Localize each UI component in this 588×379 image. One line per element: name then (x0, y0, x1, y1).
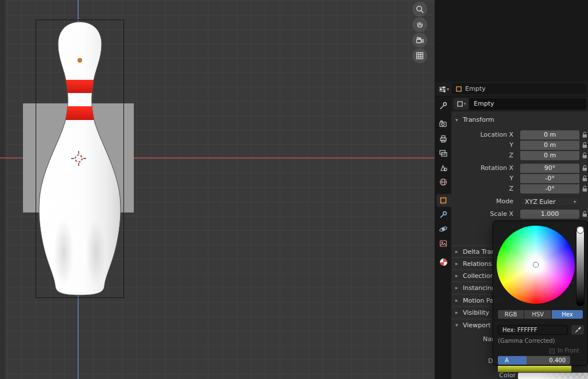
location-y-label: Y (451, 141, 513, 150)
lock-icon[interactable] (582, 211, 588, 218)
location-x-field[interactable]: 0 m (520, 130, 579, 140)
disclosure-open-icon: ▾ (455, 117, 460, 123)
id-type-button[interactable]: ▾ (454, 98, 469, 110)
lock-icon[interactable] (582, 142, 588, 149)
lock-icon[interactable] (582, 175, 588, 182)
transform-panel-title: Transform (463, 116, 494, 123)
location-x-label: Location X (451, 130, 513, 140)
chevron-down-icon: ▾ (574, 198, 576, 207)
in-front-label: In Front (558, 347, 579, 354)
value-slider-handle[interactable] (577, 226, 584, 234)
tab-object[interactable] (439, 196, 448, 205)
rotation-y-label: Y (451, 174, 513, 183)
chevron-down-icon: ▾ (447, 87, 449, 92)
color-picker-popup: RGB HSV Hex Hex: FFFFFF (Gamma Corrected… (493, 221, 588, 366)
section-label: Relations (463, 260, 492, 268)
rotation-mode-label: Mode (451, 197, 513, 206)
viewport-left-edge (0, 0, 5, 379)
gamma-note: (Gamma Corrected) (498, 338, 555, 344)
pin-stripe-bottom (36, 106, 123, 120)
alpha-label: A (505, 356, 509, 365)
location-z-field[interactable]: 0 m (520, 151, 579, 160)
rotation-x-label: Rotation X (451, 164, 513, 173)
outliner-area (435, 0, 588, 82)
chevron-down-icon: ▾ (464, 102, 466, 106)
blender-window: ▾ Empty ▾ Empty (0, 0, 588, 379)
section-label: Visibility (463, 309, 489, 316)
rotation-y-field[interactable]: -0° (520, 174, 579, 183)
properties-tab-column (435, 96, 451, 379)
rotation-z-label: Z (451, 184, 513, 194)
hex-input[interactable]: Hex: FFFFFF (498, 325, 568, 335)
empty-object-icon (457, 100, 463, 107)
tab-hsv[interactable]: HSV (524, 310, 551, 319)
tab-view-layer[interactable] (439, 149, 448, 158)
viewport-3d[interactable] (0, 0, 435, 379)
color-swatch[interactable] (518, 373, 588, 379)
tab-physics[interactable] (439, 225, 448, 234)
object-name-row: ▾ Empty (451, 96, 588, 111)
in-front-checkbox[interactable] (550, 349, 555, 354)
disclosure-closed-icon: ▸ (455, 285, 460, 291)
checker-sphere-icon (440, 258, 447, 266)
alpha-slider-fill (498, 356, 527, 365)
tab-output[interactable] (439, 134, 448, 144)
pan-hand-icon[interactable] (412, 17, 427, 32)
color-label: Color (451, 372, 516, 379)
camera-view-icon[interactable] (412, 33, 427, 48)
eyedropper-icon (574, 326, 582, 334)
disclosure-closed-icon: ▸ (455, 273, 460, 279)
transform-panel-header[interactable]: ▾ Transform (451, 114, 588, 126)
disclosure-closed-icon: ▸ (455, 249, 460, 254)
eyedropper-button[interactable] (571, 325, 584, 335)
tab-scene[interactable] (439, 163, 448, 172)
pin-stripe-top (36, 80, 123, 93)
pin-crown-dot (78, 58, 82, 63)
disclosure-closed-icon: ▸ (455, 261, 460, 266)
tab-render[interactable] (439, 119, 448, 129)
section-label: Instancing (463, 284, 496, 292)
value-slider[interactable] (576, 226, 585, 306)
rotation-z-field[interactable]: -0° (520, 184, 579, 194)
tab-modifiers[interactable] (439, 210, 448, 219)
location-z-label: Z (451, 151, 513, 160)
object-name-input[interactable]: Empty (469, 98, 586, 110)
tab-material[interactable] (439, 257, 448, 266)
disclosure-closed-icon: ▸ (455, 310, 460, 315)
rotation-mode-value: XYZ Euler (525, 198, 556, 206)
editor-type-selector[interactable]: ▾ (438, 84, 451, 94)
breadcrumb-object-name: Empty (465, 85, 485, 92)
color-wheel-cursor[interactable] (533, 262, 538, 267)
empty-object-icon (455, 86, 462, 92)
tab-tool[interactable] (439, 101, 448, 110)
breadcrumb[interactable]: Empty (452, 83, 586, 94)
tab-world[interactable] (439, 177, 448, 187)
scale-x-field[interactable]: 1.000 (520, 210, 579, 219)
disclosure-closed-icon: ▸ (455, 297, 460, 303)
location-y-field[interactable]: 0 m (520, 141, 579, 150)
lock-icon[interactable] (582, 152, 588, 159)
3d-cursor (71, 150, 87, 167)
rotation-x-field[interactable]: 90° (520, 164, 579, 173)
scale-x-label: Scale X (451, 210, 513, 219)
zoom-icon[interactable] (412, 2, 427, 17)
alpha-slider[interactable]: A 0.400 (498, 356, 570, 365)
tab-hex[interactable]: Hex (552, 310, 583, 319)
lock-icon[interactable] (582, 132, 588, 138)
disclosure-open-icon: ▾ (455, 322, 460, 328)
grid-ortho-icon[interactable] (412, 48, 427, 63)
alpha-value: 0.400 (549, 356, 566, 365)
rotation-mode-dropdown[interactable]: XYZ Euler ▾ (520, 197, 579, 206)
properties-header: ▾ Empty (435, 82, 588, 96)
tab-object-data[interactable] (439, 239, 448, 248)
keyframe-highlight-bar (498, 366, 571, 372)
lock-icon[interactable] (582, 165, 588, 172)
tab-rgb[interactable]: RGB (498, 310, 524, 319)
lock-icon[interactable] (582, 185, 588, 192)
